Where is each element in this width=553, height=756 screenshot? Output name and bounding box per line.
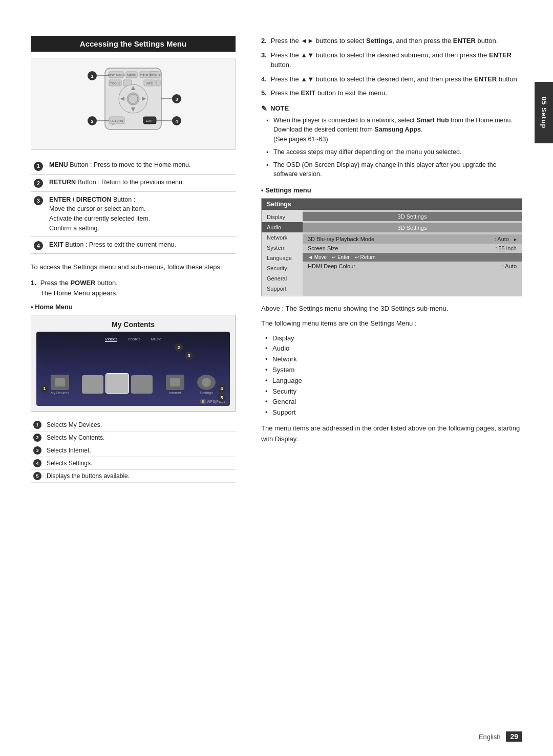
settings-submenu-title: 3D Settings bbox=[303, 212, 522, 221]
remote-diagram: DISC MENU MENU TITLE MENU TOOLS INFO POP… bbox=[31, 58, 236, 150]
settings-nav-bar: ◄ Move ↵ Enter ↩ Return bbox=[303, 253, 522, 262]
step-4-text: Press the ▲▼ buttons to select the desir… bbox=[271, 74, 519, 84]
button-legend-table: 1 MENU Button : Press to move to the Hom… bbox=[31, 157, 236, 254]
menu-item-support: Support bbox=[265, 407, 522, 418]
svg-text:INFO: INFO bbox=[146, 82, 154, 85]
svg-text:RETURN: RETURN bbox=[111, 119, 123, 122]
svg-text:↩: ↩ bbox=[112, 123, 115, 126]
settings-item-security: Security bbox=[262, 263, 303, 273]
intro-text: To access the Settings menu and sub-menu… bbox=[31, 262, 236, 273]
home-legend-table: 1 Selects My Devices. 2 Selects My Conte… bbox=[31, 419, 236, 483]
settings-item-system: System bbox=[262, 243, 303, 253]
menu-items-list: Display Audio Network System Language Se… bbox=[261, 333, 522, 418]
menu-item-general: General bbox=[265, 397, 522, 407]
home-menu-box: My Contents Videos Photos Music bbox=[31, 315, 236, 412]
menu-item-network: Network bbox=[265, 354, 522, 365]
settings-item-audio: Audio bbox=[262, 222, 303, 232]
step-2: 2. Press the ◄► buttons to select Settin… bbox=[261, 36, 522, 46]
step-2-num: 2. bbox=[261, 36, 267, 46]
home-label-videos: Videos bbox=[105, 337, 117, 342]
step-4-num: 4. bbox=[261, 74, 267, 84]
settings-menu-heading: • Settings menu bbox=[261, 186, 522, 194]
side-tab-label: 05 Setup bbox=[540, 97, 548, 128]
note-item-1: When the player is connected to a networ… bbox=[266, 116, 522, 144]
settings-item-support: Support bbox=[262, 284, 303, 294]
legend-num-4: 4 bbox=[34, 241, 43, 250]
home-legend-5: 5 Displays the buttons available. bbox=[31, 470, 236, 483]
settings-menu-header: Settings bbox=[262, 199, 522, 210]
legend-text-1: MENU Button : Press to move to the Home … bbox=[46, 157, 236, 174]
settings-menu-right: 3D Settings 3D Settings 3D Blu-ray Playb… bbox=[303, 210, 522, 296]
legend-row-1: 1 MENU Button : Press to move to the Hom… bbox=[31, 157, 236, 174]
note-items: When the player is connected to a networ… bbox=[261, 116, 522, 180]
settings-item-general: General bbox=[262, 273, 303, 284]
settings-hdmi-row: HDMI Deep Colour : Auto bbox=[303, 262, 522, 271]
settings-item-network: Network bbox=[262, 232, 303, 243]
menu-item-system: System bbox=[265, 365, 522, 376]
right-column: 2. Press the ◄► buttons to select Settin… bbox=[251, 36, 522, 720]
settings-menu-left: Display Audio Network System Language Se… bbox=[262, 210, 303, 296]
svg-text:TOOLS: TOOLS bbox=[110, 82, 120, 85]
settings-menu-body: Display Audio Network System Language Se… bbox=[262, 210, 522, 296]
step-4: 4. Press the ▲▼ buttons to select the de… bbox=[261, 74, 522, 84]
home-legend-4: 4 Selects Settings. bbox=[31, 457, 236, 470]
callout-3: 3 bbox=[185, 351, 193, 360]
settings-menu-box: Settings Display Audio Network System La… bbox=[261, 198, 522, 296]
legend-num-1: 1 bbox=[34, 162, 43, 171]
above-text: Above : The Settings menu showing the 3D… bbox=[261, 304, 522, 314]
svg-rect-12 bbox=[156, 80, 160, 86]
legend-text-2: RETURN Button : Return to the previous m… bbox=[46, 174, 236, 191]
svg-text:1: 1 bbox=[91, 74, 93, 79]
note-item-2: The access steps may differ depending on… bbox=[266, 147, 522, 157]
callout-5: 5 bbox=[218, 393, 226, 402]
callout-4: 4 bbox=[218, 384, 226, 393]
home-label-music: Music bbox=[151, 337, 161, 342]
home-menu-title: My Contents bbox=[36, 320, 230, 329]
callout-1: 1 bbox=[40, 384, 49, 393]
note-heading: ✎ NOTE bbox=[261, 104, 522, 113]
home-label-photos: Photos bbox=[127, 337, 140, 342]
menu-item-security: Security bbox=[265, 386, 522, 397]
svg-text:POPUP: POPUP bbox=[150, 74, 160, 77]
step-3-num: 3. bbox=[261, 50, 267, 70]
right-step-list: 2. Press the ◄► buttons to select Settin… bbox=[261, 36, 522, 98]
page-number: 29 bbox=[506, 731, 522, 742]
svg-text:4: 4 bbox=[175, 119, 178, 124]
left-column: Accessing the Settings Menu DISC MENU ME… bbox=[31, 36, 251, 720]
step-5-num: 5. bbox=[261, 88, 267, 98]
step-list: 1. Press the POWER button.The Home Menu … bbox=[31, 278, 236, 298]
settings-item-language: Language bbox=[262, 253, 303, 263]
note-item-3: The OSD (On Screen Display) may change i… bbox=[266, 160, 522, 180]
menu-item-language: Language bbox=[265, 376, 522, 386]
section-heading: Accessing the Settings Menu bbox=[31, 36, 236, 52]
menu-item-display: Display bbox=[265, 333, 522, 344]
note-box: ✎ NOTE When the player is connected to a… bbox=[261, 104, 522, 180]
closing-text: The menu items are addressed in the orde… bbox=[261, 423, 522, 445]
legend-row-4: 4 EXIT Button : Press to exit the curren… bbox=[31, 236, 236, 254]
settings-row-screensize: Screen Size : 55 inch bbox=[303, 244, 522, 253]
legend-num-2: 2 bbox=[34, 179, 43, 188]
callout-2: 2 bbox=[175, 343, 183, 352]
step-5-text: Press the EXIT button to exit the menu. bbox=[271, 88, 387, 98]
home-menu-visual: Videos Photos Music My Devices bbox=[36, 332, 230, 406]
note-icon: ✎ bbox=[261, 104, 267, 113]
svg-text:DISC MENU: DISC MENU bbox=[108, 74, 125, 77]
following-text: The following menu items are on the Sett… bbox=[261, 318, 522, 329]
step-1-text: Press the POWER button.The Home Menu app… bbox=[40, 278, 118, 298]
step-5: 5. Press the EXIT button to exit the men… bbox=[261, 88, 522, 98]
home-icon-internet: Internet bbox=[169, 391, 181, 395]
legend-text-3: ENTER / DIRECTION Button : Move the curs… bbox=[46, 191, 236, 236]
home-legend-1: 1 Selects My Devices. bbox=[31, 419, 236, 431]
home-icon-mydevices: My Devices bbox=[51, 391, 69, 395]
home-legend-3: 3 Selects Internet. bbox=[31, 444, 236, 457]
svg-point-17 bbox=[129, 94, 138, 103]
home-labels: Videos Photos Music bbox=[36, 337, 230, 342]
svg-text:MENU: MENU bbox=[127, 74, 136, 77]
page-footer: English 29 bbox=[479, 732, 522, 741]
svg-text:2: 2 bbox=[91, 119, 93, 124]
step-2-text: Press the ◄► buttons to select Settings,… bbox=[271, 36, 498, 46]
settings-item-display: Display bbox=[262, 212, 303, 222]
legend-text-4: EXIT Button : Press to exit the current … bbox=[46, 236, 236, 254]
remote-svg: DISC MENU MENU TITLE MENU TOOLS INFO POP… bbox=[77, 66, 189, 145]
step-1-num: 1. bbox=[31, 278, 36, 298]
